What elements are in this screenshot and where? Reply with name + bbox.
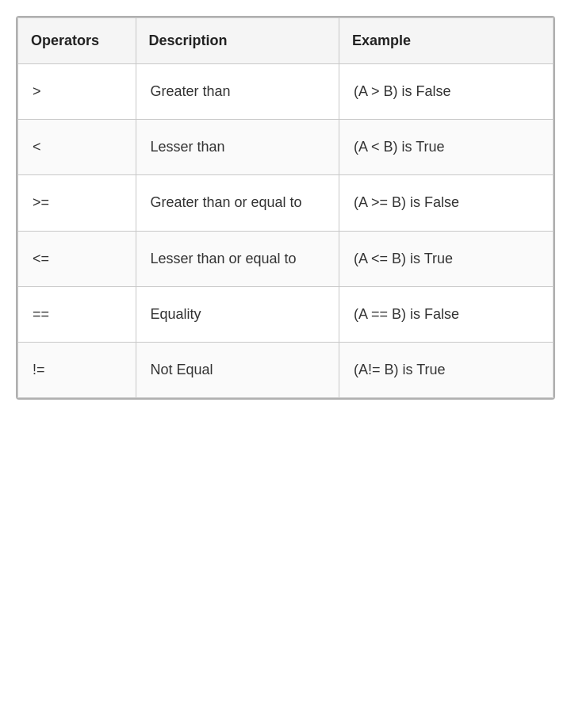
cell-operator: < — [18, 120, 136, 175]
table-row: ==Equality(A == B) is False — [18, 286, 554, 342]
table-header-row: Operators Description Example — [18, 18, 554, 64]
cell-description: Not Equal — [136, 342, 339, 397]
table-row: >=Greater than or equal to(A >= B) is Fa… — [18, 175, 554, 231]
cell-description: Greater than — [136, 64, 339, 120]
cell-operator: >= — [18, 175, 136, 231]
table-row: <=Lesser than or equal to(A <= B) is Tru… — [18, 231, 554, 286]
cell-example: (A!= B) is True — [339, 342, 554, 397]
table-row: >Greater than(A > B) is False — [18, 64, 554, 120]
cell-example: (A > B) is False — [339, 64, 554, 120]
operators-table-container: Operators Description Example >Greater t… — [16, 16, 555, 400]
table-row: <Lesser than(A < B) is True — [18, 120, 554, 175]
cell-description: Equality — [136, 286, 339, 342]
cell-description: Lesser than — [136, 120, 339, 175]
operators-table: Operators Description Example >Greater t… — [17, 17, 554, 398]
cell-example: (A == B) is False — [339, 286, 554, 342]
header-operator: Operators — [18, 18, 136, 64]
cell-operator: == — [18, 286, 136, 342]
cell-operator: != — [18, 342, 136, 397]
cell-example: (A < B) is True — [339, 120, 554, 175]
cell-description: Lesser than or equal to — [136, 231, 339, 286]
table-row: !=Not Equal(A!= B) is True — [18, 342, 554, 397]
cell-operator: > — [18, 64, 136, 120]
header-description: Description — [136, 18, 339, 64]
cell-example: (A <= B) is True — [339, 231, 554, 286]
header-example: Example — [339, 18, 554, 64]
cell-operator: <= — [18, 231, 136, 286]
cell-description: Greater than or equal to — [136, 175, 339, 231]
cell-example: (A >= B) is False — [339, 175, 554, 231]
